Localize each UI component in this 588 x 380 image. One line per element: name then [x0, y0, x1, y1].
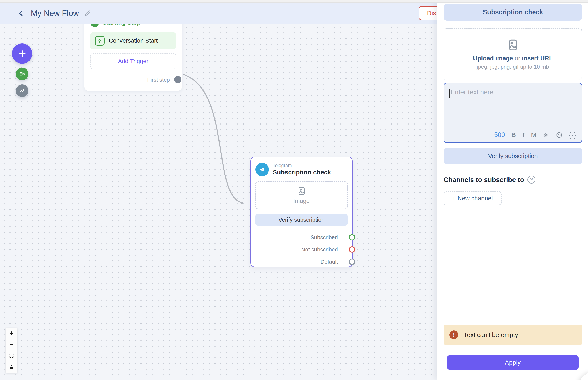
- node-title-block: Telegram Subscription check: [273, 163, 331, 176]
- panel-title-label: Subscription check: [483, 8, 543, 16]
- upload-image-dropzone[interactable]: Upload image or insert URL jpeg, jpg, pn…: [444, 28, 582, 80]
- panel-title: Subscription check: [444, 4, 582, 21]
- node-verify-label: Verify subscription: [278, 217, 325, 223]
- zoom-in-button[interactable]: [6, 328, 17, 339]
- output-row-not-subscribed: Not subscribed: [255, 243, 347, 256]
- first-step-output: First step: [90, 76, 176, 84]
- list-play-icon: [19, 71, 26, 77]
- apply-label: Apply: [505, 359, 520, 366]
- text-caret: [449, 89, 450, 98]
- add-node-button[interactable]: [12, 43, 32, 64]
- insert-link-button[interactable]: [543, 132, 549, 138]
- flow-title: My New Flow: [31, 9, 79, 18]
- emoji-button[interactable]: [556, 132, 563, 138]
- insert-url-link[interactable]: insert URL: [522, 55, 553, 62]
- output-row-subscribed: Subscribed: [255, 231, 347, 243]
- image-placeholder-label: Image: [293, 198, 310, 204]
- image-icon: [297, 186, 306, 196]
- window-top-strip: [0, 0, 588, 2]
- canvas-controls: [6, 328, 17, 373]
- channels-heading-row: Channels to subscribe to ?: [444, 176, 582, 184]
- trending-up-icon: [19, 87, 26, 94]
- channels-heading: Channels to subscribe to: [444, 176, 524, 184]
- node-header: Telegram Subscription check: [255, 163, 347, 176]
- add-trigger-button[interactable]: Add Trigger: [90, 53, 176, 69]
- validation-warning: ! Text can't be empty: [444, 325, 582, 344]
- lightning-bolt-icon: [95, 36, 104, 46]
- help-icon[interactable]: ?: [527, 176, 536, 184]
- launch-list-button[interactable]: [16, 68, 29, 80]
- panel-verify-label: Verify subscription: [488, 153, 537, 160]
- variables-button[interactable]: {·}: [569, 132, 576, 138]
- lock-toggle-button[interactable]: [6, 361, 17, 373]
- rename-flow-button[interactable]: [84, 9, 92, 18]
- zoom-out-button[interactable]: [6, 339, 17, 350]
- back-button[interactable]: [17, 9, 26, 18]
- settings-panel: Subscription check Upload image or inser…: [437, 0, 588, 380]
- first-step-label: First step: [147, 77, 170, 83]
- editor-toolbar: 500 B I M {·}: [494, 131, 576, 139]
- output-row-default: Default: [255, 256, 347, 268]
- minus-icon: [9, 342, 14, 347]
- pencil-icon: [84, 9, 91, 17]
- discard-label: Dis: [427, 9, 436, 17]
- warning-text: Text can't be empty: [464, 331, 518, 338]
- telegram-icon: [255, 163, 269, 176]
- output-port-not-subscribed[interactable]: [349, 246, 355, 253]
- panel-verify-subscription-button[interactable]: Verify subscription: [444, 148, 582, 164]
- node-title: Subscription check: [273, 169, 331, 176]
- output-port-handle[interactable]: [174, 76, 181, 83]
- plus-icon: [9, 331, 14, 336]
- new-channel-label: + New channel: [452, 195, 493, 202]
- message-text-editor[interactable]: Enter text here ... 500 B I M {·}: [444, 83, 582, 143]
- plus-icon: [17, 49, 27, 58]
- char-counter: 500: [494, 131, 505, 139]
- link-icon: [543, 132, 549, 138]
- add-trigger-label: Add Trigger: [118, 58, 148, 65]
- unlock-icon: [9, 365, 14, 370]
- subscription-check-node[interactable]: Telegram Subscription check Image Verify…: [250, 157, 353, 267]
- node-outputs: Subscribed Not subscribed Default: [255, 231, 347, 268]
- chevron-left-icon: [17, 10, 25, 17]
- output-label: Subscribed: [311, 234, 338, 241]
- node-channel-label: Telegram: [273, 163, 331, 168]
- editor-placeholder: Enter text here ...: [450, 88, 501, 96]
- node-verify-subscription-button[interactable]: Verify subscription: [255, 214, 347, 226]
- italic-button[interactable]: I: [522, 132, 525, 138]
- output-port-default[interactable]: [349, 259, 355, 265]
- node-image-placeholder[interactable]: Image: [255, 181, 347, 209]
- upload-actions: Upload image or insert URL: [473, 55, 553, 62]
- new-channel-button[interactable]: + New channel: [444, 191, 502, 205]
- statistics-button[interactable]: [16, 84, 29, 97]
- upload-hint: jpeg, jpg, png, gif up to 10 mb: [477, 64, 549, 70]
- fit-view-button[interactable]: [6, 350, 17, 361]
- image-icon: [506, 38, 519, 52]
- upload-image-link[interactable]: Upload image: [473, 55, 513, 62]
- monospace-button[interactable]: M: [531, 132, 536, 138]
- or-label: or: [515, 55, 520, 62]
- warning-icon: !: [450, 330, 458, 339]
- output-label: Not subscribed: [301, 246, 338, 253]
- bold-button[interactable]: B: [511, 132, 516, 138]
- smiley-icon: [556, 132, 563, 138]
- conversation-start-trigger[interactable]: Conversation Start: [90, 32, 176, 49]
- trigger-label: Conversation Start: [109, 37, 158, 44]
- output-port-subscribed[interactable]: [349, 234, 355, 240]
- apply-button[interactable]: Apply: [447, 355, 578, 370]
- fit-view-icon: [9, 353, 14, 358]
- output-label: Default: [321, 259, 338, 265]
